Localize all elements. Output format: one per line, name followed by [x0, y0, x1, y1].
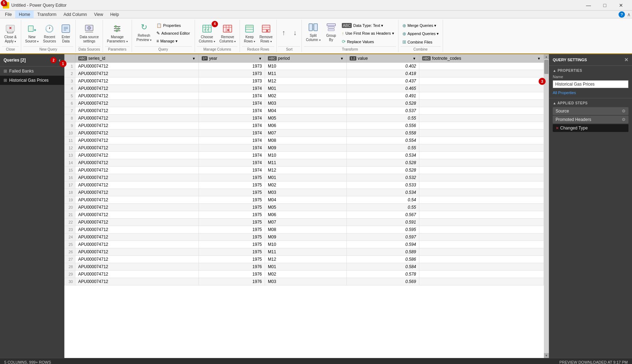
table-row[interactable]: 23 APU000074712 1975 M08 0.595 [65, 226, 544, 233]
table-row[interactable]: 5 APU000074712 1974 M02 0.491 [65, 92, 544, 100]
data-type-button[interactable]: ABC Data Type: Text ▾ [340, 22, 396, 29]
table-row[interactable]: 24 APU000074712 1975 M09 0.597 [65, 233, 544, 241]
group-by-button[interactable]: GroupBy [324, 21, 339, 43]
year-cell: 1975 [199, 219, 265, 226]
table-row[interactable]: 14 APU000074712 1974 M11 0.528 [65, 159, 544, 167]
period-filter-icon[interactable]: ▼ [340, 57, 344, 60]
table-row[interactable]: 2 APU000074712 1973 M11 0.418 [65, 70, 544, 77]
table-row[interactable]: 26 APU000074712 1975 M11 0.589 [65, 248, 544, 256]
scroll-down-button[interactable]: ▼ [544, 353, 549, 358]
table-row[interactable]: 8 APU000074712 1974 M05 0.55 [65, 115, 544, 122]
table-row[interactable]: 17 APU000074712 1975 M02 0.533 [65, 181, 544, 189]
footnote-cell [419, 63, 544, 70]
help-icon[interactable]: ? [619, 11, 625, 18]
table-row[interactable]: 18 APU000074712 1975 M03 0.534 [65, 189, 544, 196]
sidebar-item-historical-gas-prices[interactable]: ⊞ Historical Gas Prices [0, 76, 64, 85]
refresh-preview-button[interactable]: ↻ RefreshPreview ▾ [135, 21, 153, 43]
table-row[interactable]: 6 APU000074712 1974 M03 0.528 [65, 100, 544, 107]
window-title: Untitled - Power Query Editor [11, 3, 67, 8]
table-row[interactable]: 12 APU000074712 1974 M09 0.55 [65, 144, 544, 152]
menu-item-help[interactable]: Help [107, 11, 122, 18]
step-changed-type[interactable]: ✕ Changed Type [553, 124, 628, 132]
table-row[interactable]: 9 APU000074712 1974 M06 0.556 [65, 122, 544, 129]
sidebar-item-failed-banks[interactable]: ⊞ Failed Banks [0, 67, 64, 76]
append-queries-button[interactable]: ⊕ Append Queries ▾ [401, 30, 441, 37]
value-filter-icon[interactable]: ▼ [413, 57, 416, 60]
recent-sources-button[interactable]: 🕐 RecentSources [41, 22, 58, 45]
remove-columns-button[interactable]: RemoveColumns ▾ [218, 22, 237, 45]
table-row[interactable]: 29 APU000074712 1976 M02 0.578 [65, 271, 544, 278]
minimize-button[interactable]: — [580, 0, 597, 11]
table-row[interactable]: 30 APU000074712 1976 M03 0.569 [65, 278, 544, 285]
enter-data-button[interactable]: EnterData [58, 22, 73, 45]
period-cell: M01 [265, 174, 347, 181]
table-row[interactable]: 16 APU000074712 1975 M01 0.532 [65, 174, 544, 181]
menu-item-add-column[interactable]: Add Column [60, 11, 91, 18]
table-row[interactable]: 25 APU000074712 1975 M10 0.594 [65, 241, 544, 248]
table-row[interactable]: 4 APU000074712 1974 M01 0.465 [65, 85, 544, 92]
table-row[interactable]: 3 APU000074712 1973 M12 0.437 [65, 77, 544, 85]
table-row[interactable]: 27 APU000074712 1975 M12 0.586 [65, 256, 544, 263]
menu-item-home[interactable]: Home [15, 11, 34, 18]
data-source-settings-button[interactable]: Data sourcesettings [78, 22, 100, 45]
footnote-filter-icon[interactable]: ▼ [537, 57, 541, 60]
step-promoted-headers-gear-icon[interactable]: ⚙ [622, 117, 626, 122]
table-row[interactable]: 21 APU000074712 1975 M06 0.567 [65, 211, 544, 219]
table-row[interactable]: 7 APU000074712 1974 M04 0.537 [65, 107, 544, 115]
footnote-cell [419, 85, 544, 92]
new-source-button[interactable]: NewSource ▾ [23, 22, 40, 45]
close-apply-icon: ✕ [5, 23, 16, 34]
series-id-header[interactable]: ABC series_id ▼ [75, 54, 199, 63]
close-apply-button[interactable]: ✕ Close &Apply ▾ [2, 22, 18, 45]
replace-values-button[interactable]: ⟳ Replace Values [340, 38, 396, 45]
table-row[interactable]: 28 APU000074712 1976 M01 0.584 [65, 263, 544, 271]
use-first-row-button[interactable]: ↑ Use First Row as Headers ▾ [340, 30, 396, 37]
close-settings-button[interactable]: ✕ [624, 57, 628, 63]
maximize-button[interactable]: □ [597, 0, 613, 11]
scroll-thumb[interactable] [544, 60, 548, 74]
ribbon-collapse-icon[interactable]: ∧ [627, 12, 631, 17]
keep-rows-button[interactable]: KeepRows ▾ [242, 22, 257, 45]
data-table-container[interactable]: ABC series_id ▼ 1²³ year ▼ [64, 54, 544, 358]
menu-item-transform[interactable]: Transform [34, 11, 60, 18]
step-source[interactable]: Source ⚙ [553, 107, 628, 115]
table-row[interactable]: 22 APU000074712 1975 M07 0.591 [65, 219, 544, 226]
sidebar-collapse-button[interactable]: ‹ [59, 57, 61, 63]
value-header[interactable]: 1.2 value ▼ [347, 54, 419, 63]
table-row[interactable]: 13 APU000074712 1974 M10 0.534 [65, 152, 544, 159]
row-number-cell: 18 [65, 189, 75, 196]
series-id-filter-icon[interactable]: ▼ [192, 57, 196, 60]
step-promoted-headers[interactable]: Promoted Headers ⚙ [553, 116, 628, 123]
combine-files-button[interactable]: ⊞ Combine Files [401, 38, 441, 46]
table-row[interactable]: 20 APU000074712 1975 M05 0.55 [65, 204, 544, 211]
year-header[interactable]: 1²³ year ▼ [199, 54, 265, 63]
table-row[interactable]: 10 APU000074712 1974 M07 0.558 [65, 129, 544, 137]
manage-query-button[interactable]: ≡ Manage ▾ [155, 37, 192, 45]
properties-button[interactable]: 📋 Properties [155, 22, 192, 29]
scroll-up-button[interactable]: ▲ [544, 54, 549, 59]
split-column-button[interactable]: SplitColumn ▾ [304, 21, 322, 43]
all-properties-link[interactable]: All Properties [553, 91, 576, 95]
table-row[interactable]: 15 APU000074712 1974 M12 0.528 [65, 167, 544, 174]
advanced-editor-button[interactable]: ✎ Advanced Editor [155, 30, 192, 37]
menu-item-file[interactable]: File [1, 11, 15, 18]
table-row[interactable]: 1 APU000074712 1973 M10 0.402 [65, 63, 544, 70]
manage-parameters-button[interactable]: ManageParameters ▾ [105, 22, 129, 45]
step-changed-type-delete-icon[interactable]: ✕ [556, 126, 559, 131]
merge-queries-button[interactable]: ⊕ Merge Queries ▾ [401, 22, 441, 29]
table-row[interactable]: 19 APU000074712 1975 M04 0.54 [65, 196, 544, 204]
sort-asc-button[interactable]: ↑ [278, 28, 289, 39]
step-source-gear-icon[interactable]: ⚙ [622, 109, 626, 114]
table-row[interactable]: 11 APU000074712 1974 M08 0.554 [65, 137, 544, 144]
vertical-scrollbar[interactable]: ▲ ▼ [544, 54, 549, 358]
sort-desc-button[interactable]: ↓ [289, 28, 300, 39]
remove-rows-button[interactable]: RemoveRows ▾ [258, 22, 274, 45]
footnote-header[interactable]: ABC footnote_codes ▼ [419, 54, 544, 63]
menu-item-view[interactable]: View [91, 11, 107, 18]
choose-columns-button[interactable]: ✓ ✓ ChooseColumns ▾ 4 [197, 22, 217, 45]
close-window-button[interactable]: ✕ [613, 0, 629, 11]
year-filter-icon[interactable]: ▼ [258, 57, 262, 60]
status-bar: 5 COLUMNS, 999+ ROWS PREVIEW DOWNLOADED … [0, 358, 632, 364]
name-input[interactable] [553, 80, 628, 88]
period-header[interactable]: ABC period ▼ [265, 54, 347, 63]
